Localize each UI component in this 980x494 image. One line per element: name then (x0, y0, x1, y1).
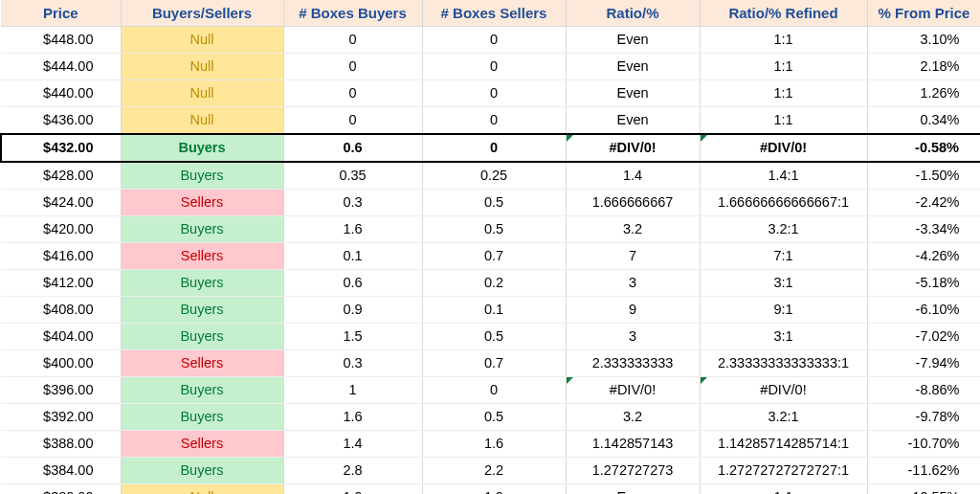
table-row[interactable]: $404.00Buyers1.50.533:1-7.02% (1, 324, 980, 350)
table-row[interactable]: $396.00Buyers10#DIV/0!#DIV/0!-8.86% (1, 377, 980, 404)
cell-boxes-sellers[interactable]: 0.5 (422, 216, 566, 243)
cell-boxes-buyers[interactable]: 0 (283, 27, 422, 54)
cell-ratio[interactable]: 3.2 (566, 404, 700, 431)
cell-boxes-buyers[interactable]: 0.3 (283, 190, 422, 216)
table-row[interactable]: $416.00Sellers0.10.777:1-4.26% (1, 243, 980, 270)
cell-ratio[interactable]: Even (566, 484, 700, 495)
cell-buyers-sellers[interactable]: Sellers (121, 243, 283, 270)
cell-boxes-buyers[interactable]: 2.8 (283, 458, 422, 484)
cell-ratio[interactable]: 1.666666667 (566, 190, 700, 216)
cell-buyers-sellers[interactable]: Buyers (121, 134, 283, 162)
cell-buyers-sellers[interactable]: Buyers (121, 377, 283, 404)
cell-price[interactable]: $436.00 (1, 107, 121, 135)
cell-ratio-refined[interactable]: 3.2:1 (700, 216, 867, 243)
cell-ratio[interactable]: 7 (566, 243, 700, 270)
cell-pct-from-price[interactable]: -6.10% (867, 297, 980, 324)
cell-buyers-sellers[interactable]: Null (121, 107, 283, 135)
cell-boxes-buyers[interactable]: 0 (283, 80, 422, 107)
cell-boxes-buyers[interactable]: 1.4 (283, 431, 422, 458)
cell-pct-from-price[interactable]: 1.26% (867, 80, 980, 107)
cell-boxes-sellers[interactable]: 0.2 (422, 270, 566, 297)
cell-boxes-buyers[interactable]: 1.5 (283, 324, 422, 350)
cell-ratio[interactable]: 1.272727273 (566, 458, 700, 484)
col-header-price[interactable]: Price (1, 0, 121, 27)
cell-pct-from-price[interactable]: -1.50% (867, 162, 980, 190)
cell-ratio-refined[interactable]: 1.14285714285714:1 (700, 431, 867, 458)
cell-pct-from-price[interactable]: -3.34% (867, 216, 980, 243)
col-header-boxes-buyers[interactable]: # Boxes Buyers (283, 0, 422, 27)
cell-boxes-sellers[interactable]: 0.25 (422, 162, 566, 190)
cell-price[interactable]: $432.00 (1, 134, 121, 162)
table-row[interactable]: $384.00Buyers2.82.21.2727272731.27272727… (1, 458, 980, 484)
cell-pct-from-price[interactable]: -10.70% (867, 431, 980, 458)
cell-boxes-buyers[interactable]: 1 (283, 377, 422, 404)
cell-ratio[interactable]: Even (566, 80, 700, 107)
cell-pct-from-price[interactable]: -8.86% (867, 377, 980, 404)
cell-ratio[interactable]: 1.142857143 (566, 431, 700, 458)
cell-ratio-refined[interactable]: 3:1 (700, 270, 867, 297)
cell-buyers-sellers[interactable]: Sellers (121, 190, 283, 216)
cell-price[interactable]: $428.00 (1, 162, 121, 190)
col-header-boxes-sellers[interactable]: # Boxes Sellers (422, 0, 566, 27)
cell-boxes-sellers[interactable]: 0 (422, 107, 566, 135)
cell-ratio[interactable]: #DIV/0! (566, 134, 700, 162)
cell-buyers-sellers[interactable]: Buyers (121, 404, 283, 431)
cell-ratio[interactable]: Even (566, 54, 700, 80)
cell-ratio[interactable]: #DIV/0! (566, 377, 700, 404)
cell-pct-from-price[interactable]: -7.02% (867, 324, 980, 350)
cell-ratio-refined[interactable]: 1.66666666666667:1 (700, 190, 867, 216)
cell-boxes-sellers[interactable]: 0 (422, 377, 566, 404)
table-row[interactable]: $408.00Buyers0.90.199:1-6.10% (1, 297, 980, 324)
cell-ratio-refined[interactable]: 1:1 (700, 80, 867, 107)
cell-pct-from-price[interactable]: -0.58% (867, 134, 980, 162)
cell-ratio-refined[interactable]: 2.33333333333333:1 (700, 350, 867, 377)
cell-price[interactable]: $416.00 (1, 243, 121, 270)
cell-ratio[interactable]: 3 (566, 270, 700, 297)
table-row[interactable]: $388.00Sellers1.41.61.1428571431.1428571… (1, 431, 980, 458)
cell-boxes-sellers[interactable]: 0.5 (422, 404, 566, 431)
cell-boxes-buyers[interactable]: 1.9 (283, 484, 422, 495)
cell-pct-from-price[interactable]: -9.78% (867, 404, 980, 431)
cell-ratio[interactable]: 3.2 (566, 216, 700, 243)
cell-boxes-buyers[interactable]: 0.35 (283, 162, 422, 190)
cell-price[interactable]: $412.00 (1, 270, 121, 297)
cell-ratio-refined[interactable]: #DIV/0! (700, 377, 867, 404)
cell-boxes-sellers[interactable]: 0.7 (422, 350, 566, 377)
cell-price[interactable]: $420.00 (1, 216, 121, 243)
table-row[interactable]: $448.00Null00Even1:13.10% (1, 27, 980, 54)
cell-boxes-buyers[interactable]: 0.6 (283, 270, 422, 297)
cell-boxes-buyers[interactable]: 0.9 (283, 297, 422, 324)
cell-price[interactable]: $448.00 (1, 27, 121, 54)
table-row[interactable]: $432.00Buyers0.60#DIV/0!#DIV/0!-0.58% (1, 134, 980, 162)
cell-buyers-sellers[interactable]: Buyers (121, 297, 283, 324)
cell-pct-from-price[interactable]: 0.34% (867, 107, 980, 135)
cell-buyers-sellers[interactable]: Null (121, 54, 283, 80)
cell-boxes-buyers[interactable]: 1.6 (283, 404, 422, 431)
cell-price[interactable]: $408.00 (1, 297, 121, 324)
cell-ratio-refined[interactable]: 3:1 (700, 324, 867, 350)
cell-ratio-refined[interactable]: 7:1 (700, 243, 867, 270)
cell-boxes-sellers[interactable]: 0.7 (422, 243, 566, 270)
cell-boxes-buyers[interactable]: 0.6 (283, 134, 422, 162)
cell-buyers-sellers[interactable]: Sellers (121, 431, 283, 458)
cell-buyers-sellers[interactable]: Null (121, 80, 283, 107)
cell-price[interactable]: $444.00 (1, 54, 121, 80)
table-row[interactable]: $412.00Buyers0.60.233:1-5.18% (1, 270, 980, 297)
table-row[interactable]: $444.00Null00Even1:12.18% (1, 54, 980, 80)
cell-ratio-refined[interactable]: 1:1 (700, 484, 867, 495)
cell-ratio-refined[interactable]: 1.27272727272727:1 (700, 458, 867, 484)
cell-price[interactable]: $380.00 (1, 484, 121, 495)
cell-ratio[interactable]: Even (566, 107, 700, 135)
cell-buyers-sellers[interactable]: Null (121, 484, 283, 495)
table-row[interactable]: $380.00Null1.91.9Even1:1-12.55% (1, 484, 980, 495)
cell-price[interactable]: $384.00 (1, 458, 121, 484)
cell-buyers-sellers[interactable]: Buyers (121, 216, 283, 243)
cell-buyers-sellers[interactable]: Buyers (121, 162, 283, 190)
cell-pct-from-price[interactable]: -2.42% (867, 190, 980, 216)
cell-ratio-refined[interactable]: 1:1 (700, 54, 867, 80)
table-row[interactable]: $424.00Sellers0.30.51.6666666671.6666666… (1, 190, 980, 216)
cell-buyers-sellers[interactable]: Null (121, 27, 283, 54)
col-header-ratio-refined[interactable]: Ratio/% Refined (700, 0, 867, 27)
cell-buyers-sellers[interactable]: Buyers (121, 324, 283, 350)
cell-boxes-sellers[interactable]: 1.9 (422, 484, 566, 495)
